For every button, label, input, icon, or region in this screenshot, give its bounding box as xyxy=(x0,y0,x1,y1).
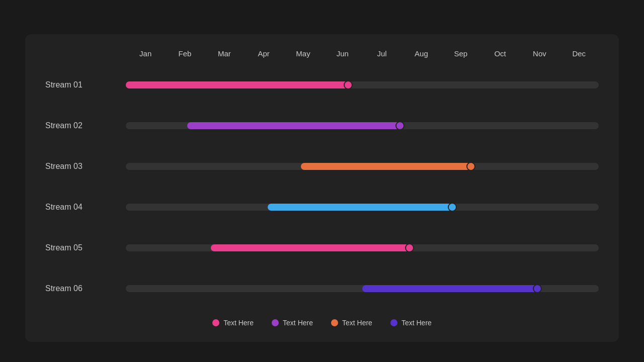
stream-label: Stream 02 xyxy=(45,121,126,130)
legend-label: Text Here xyxy=(342,319,372,327)
month-label: May xyxy=(283,49,323,58)
bar-track xyxy=(126,81,599,88)
month-label: Mar xyxy=(205,49,244,58)
legend-dot xyxy=(272,319,279,326)
legend-item: Text Here xyxy=(272,319,313,327)
stream-label: Stream 04 xyxy=(45,203,126,212)
month-label: Nov xyxy=(520,49,559,58)
bar-end-dot xyxy=(395,121,405,130)
month-label: Dec xyxy=(559,49,599,58)
months-header: JanFebMarAprMayJunJulAugSepOctNovDec xyxy=(126,49,599,58)
month-label: Aug xyxy=(401,49,441,58)
bar-end-dot xyxy=(405,243,414,252)
legend-item: Text Here xyxy=(331,319,372,327)
bar-track xyxy=(126,244,599,251)
stream-row: Stream 04 xyxy=(45,187,599,227)
month-label: Sep xyxy=(441,49,480,58)
month-label: Apr xyxy=(244,49,283,58)
bar-track xyxy=(126,204,599,211)
legend: Text HereText HereText HereText Here xyxy=(45,319,599,327)
bar-end-dot xyxy=(448,203,457,212)
stream-row: Stream 01 xyxy=(45,65,599,106)
legend-item: Text Here xyxy=(390,319,432,327)
legend-dot xyxy=(331,319,338,326)
month-label: Oct xyxy=(480,49,520,58)
stream-row: Stream 05 xyxy=(45,227,599,268)
bar xyxy=(126,81,348,88)
legend-dot xyxy=(390,319,397,326)
bar xyxy=(187,122,400,129)
streams-area: Stream 01Stream 02Stream 03Stream 04Stre… xyxy=(45,65,599,309)
month-label: Jan xyxy=(126,49,165,58)
stream-label: Stream 06 xyxy=(45,284,126,293)
bar-end-dot xyxy=(344,80,353,89)
legend-label: Text Here xyxy=(283,319,313,327)
stream-row: Stream 06 xyxy=(45,268,599,309)
bar-track xyxy=(126,285,599,292)
gantt-card: JanFebMarAprMayJunJulAugSepOctNovDec Str… xyxy=(25,34,619,342)
bar-end-dot xyxy=(466,162,475,171)
stream-row: Stream 03 xyxy=(45,146,599,187)
month-label: Jul xyxy=(362,49,401,58)
page-container: JanFebMarAprMayJunJulAugSepOctNovDec Str… xyxy=(0,0,644,362)
legend-label: Text Here xyxy=(223,319,254,327)
bar xyxy=(268,204,452,211)
bar xyxy=(362,285,537,292)
bar-track xyxy=(126,122,599,129)
stream-label: Stream 05 xyxy=(45,243,126,252)
month-label: Feb xyxy=(165,49,204,58)
bar-track xyxy=(126,163,599,170)
stream-label: Stream 03 xyxy=(45,162,126,171)
gantt-container: JanFebMarAprMayJunJulAugSepOctNovDec Str… xyxy=(45,49,599,309)
bar xyxy=(301,163,471,170)
stream-row: Stream 02 xyxy=(45,106,599,146)
stream-label: Stream 01 xyxy=(45,80,126,89)
month-label: Jun xyxy=(323,49,362,58)
legend-dot xyxy=(212,319,219,326)
bar xyxy=(211,244,410,251)
legend-label: Text Here xyxy=(401,319,432,327)
bar-end-dot xyxy=(533,284,542,293)
legend-item: Text Here xyxy=(212,319,254,327)
